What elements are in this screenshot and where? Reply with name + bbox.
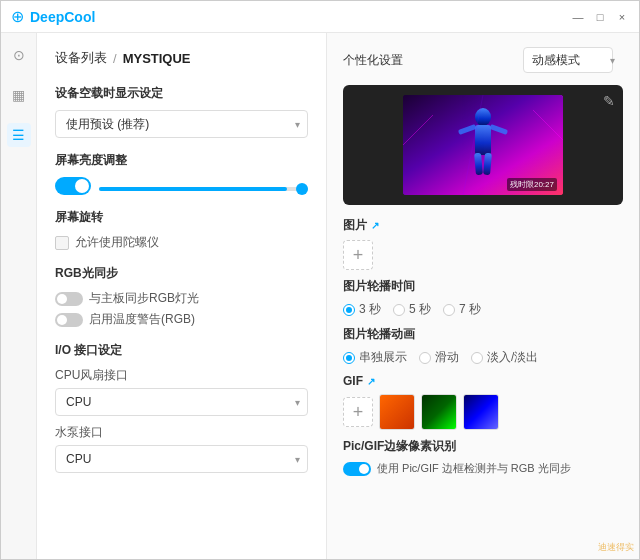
app-logo: ⊕ DeepCool — [11, 7, 571, 26]
breadcrumb-separator: / — [113, 51, 117, 66]
right-panel: 个性化设置 动感模式 静态模式 呼吸模式 ▾ — [327, 33, 639, 559]
preview-area: 残时限20:27 ✎ — [343, 85, 623, 205]
anim-option-fade[interactable]: 淡入/淡出 — [471, 349, 538, 366]
pic-gif-toggle-thumb — [359, 464, 369, 474]
brightness-slider-track[interactable] — [99, 187, 308, 191]
brightness-slider-fill — [99, 187, 287, 191]
minimize-button[interactable]: — — [571, 10, 585, 24]
gif-row: + — [343, 394, 623, 430]
anim-option-slide[interactable]: 滑动 — [419, 349, 459, 366]
pump-label: 水泵接口 — [55, 424, 308, 441]
brightness-slider-container — [55, 177, 308, 195]
pic-gif-title: Pic/GIF边缘像素识别 — [343, 438, 623, 455]
sidebar-item-home[interactable]: ⊙ — [7, 43, 31, 67]
maximize-button[interactable]: □ — [593, 10, 607, 24]
image-link-icon[interactable]: ↗ — [371, 220, 379, 231]
anim-label-sequential: 串独展示 — [359, 349, 407, 366]
pic-gif-toggle[interactable] — [343, 462, 371, 476]
io-title: I/O 接口设定 — [55, 342, 308, 359]
breadcrumb-current: MYSTIQUE — [123, 51, 191, 66]
pic-gif-toggle-label: 使用 Pic/GIF 边框检测并与 RGB 光同步 — [377, 461, 571, 476]
brightness-toggle[interactable] — [55, 177, 91, 195]
breadcrumb-prefix: 设备列表 — [55, 49, 107, 67]
rgb-sync-option2-row: 启用温度警告(RGB) — [55, 311, 308, 328]
rgb-sync-toggle2-thumb — [57, 315, 67, 325]
device-display-select[interactable]: 使用预设 (推荐) — [55, 110, 308, 138]
add-image-button[interactable]: + — [343, 240, 373, 270]
main-content: ⊙ ▦ ☰ 设备列表 / MYSTIQUE 设备空载时显示设定 使用预设 (推荐… — [1, 33, 639, 559]
rotation-checkbox[interactable] — [55, 236, 69, 250]
anim-option-sequential[interactable]: 串独展示 — [343, 349, 407, 366]
time-option-5s[interactable]: 5 秒 — [393, 301, 431, 318]
rgb-sync-toggle2[interactable] — [55, 313, 83, 327]
time-option-3s[interactable]: 3 秒 — [343, 301, 381, 318]
anim-radio-sequential[interactable] — [343, 352, 355, 364]
breadcrumb: 设备列表 / MYSTIQUE — [55, 49, 308, 67]
sidebar-item-monitor[interactable]: ▦ — [7, 83, 31, 107]
rgb-sync-option1-row: 与主板同步RGB灯光 — [55, 290, 308, 307]
fan-label: CPU风扇接口 — [55, 367, 308, 384]
animation-options: 串独展示 滑动 淡入/淡出 — [343, 349, 623, 366]
fan-select[interactable]: CPU — [55, 388, 308, 416]
logo-icon: ⊕ — [11, 7, 24, 26]
main-window: ⊕ DeepCool — □ × ⊙ ▦ ☰ 设备列表 / MYSTIQUE 设… — [0, 0, 640, 560]
brightness-toggle-row — [55, 177, 308, 195]
device-display-title: 设备空载时显示设定 — [55, 85, 308, 102]
rgb-sync-title: RGB光同步 — [55, 265, 308, 282]
gif-section-title: GIF ↗ — [343, 374, 623, 388]
brightness-title: 屏幕亮度调整 — [55, 152, 308, 169]
watermark: 迪速得实 — [598, 541, 634, 554]
personalization-label: 个性化设置 — [343, 52, 403, 69]
svg-rect-2 — [475, 125, 491, 155]
window-controls: — □ × — [571, 10, 629, 24]
anim-label-slide: 滑动 — [435, 349, 459, 366]
preview-edit-icon[interactable]: ✎ — [603, 93, 615, 109]
device-display-select-wrapper: 使用预设 (推荐) ▾ — [55, 110, 308, 138]
gif-thumb-1[interactable] — [379, 394, 415, 430]
rgb-sync-toggle1[interactable] — [55, 292, 83, 306]
rgb-sync-label2: 启用温度警告(RGB) — [89, 311, 195, 328]
animation-title: 图片轮播动画 — [343, 326, 623, 343]
time-label-5s: 5 秒 — [409, 301, 431, 318]
titlebar: ⊕ DeepCool — □ × — [1, 1, 639, 33]
brightness-slider-thumb[interactable] — [296, 183, 308, 195]
gif-thumb-2[interactable] — [421, 394, 457, 430]
time-radio-3s[interactable] — [343, 304, 355, 316]
sidebar-item-device[interactable]: ☰ — [7, 123, 31, 147]
fan-select-wrapper: CPU ▾ — [55, 388, 308, 416]
pump-select-wrapper: CPU ▾ — [55, 445, 308, 473]
rotation-checkbox-row: 允许使用陀螺仪 — [55, 234, 308, 251]
time-radio-5s[interactable] — [393, 304, 405, 316]
image-section-title: 图片 ↗ — [343, 217, 623, 234]
mode-select-wrapper: 动感模式 静态模式 呼吸模式 ▾ — [523, 47, 623, 73]
app-title: DeepCool — [30, 9, 95, 25]
pic-gif-section: 使用 Pic/GIF 边框检测并与 RGB 光同步 — [343, 461, 623, 476]
add-gif-button[interactable]: + — [343, 397, 373, 427]
sidebar: ⊙ ▦ ☰ — [1, 33, 37, 559]
time-options: 3 秒 5 秒 7 秒 — [343, 301, 623, 318]
slideshow-time-title: 图片轮播时间 — [343, 278, 623, 295]
pump-select[interactable]: CPU — [55, 445, 308, 473]
anim-label-fade: 淡入/淡出 — [487, 349, 538, 366]
anim-radio-fade[interactable] — [471, 352, 483, 364]
time-label-3s: 3 秒 — [359, 301, 381, 318]
gif-link-icon[interactable]: ↗ — [367, 376, 375, 387]
rotation-checkbox-label: 允许使用陀螺仪 — [75, 234, 159, 251]
rgb-sync-toggle1-thumb — [57, 294, 67, 304]
preview-image: 残时限20:27 — [403, 95, 563, 195]
time-label-7s: 7 秒 — [459, 301, 481, 318]
rotation-title: 屏幕旋转 — [55, 209, 308, 226]
preview-timer: 残时限20:27 — [507, 178, 557, 191]
time-option-7s[interactable]: 7 秒 — [443, 301, 481, 318]
brightness-toggle-thumb — [75, 179, 89, 193]
close-button[interactable]: × — [615, 10, 629, 24]
mode-select[interactable]: 动感模式 静态模式 呼吸模式 — [523, 47, 613, 73]
anim-radio-slide[interactable] — [419, 352, 431, 364]
time-radio-7s[interactable] — [443, 304, 455, 316]
right-header: 个性化设置 动感模式 静态模式 呼吸模式 ▾ — [343, 47, 623, 73]
gif-thumb-3[interactable] — [463, 394, 499, 430]
left-panel: 设备列表 / MYSTIQUE 设备空载时显示设定 使用预设 (推荐) ▾ 屏幕… — [37, 33, 327, 559]
rgb-sync-label1: 与主板同步RGB灯光 — [89, 290, 199, 307]
